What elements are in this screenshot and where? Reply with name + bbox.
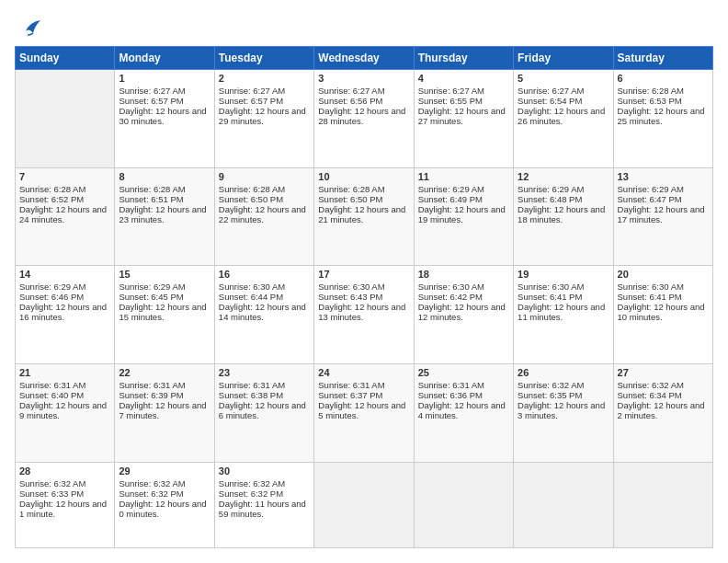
daylight-text: Daylight: 12 hours and 15 minutes. [119,302,210,322]
calendar-cell: 23Sunrise: 6:31 AMSunset: 6:38 PMDayligh… [214,363,313,462]
sunrise-text: Sunrise: 6:29 AM [119,282,210,292]
day-number: 5 [518,73,609,84]
sunrise-text: Sunrise: 6:31 AM [119,380,210,390]
sunset-text: Sunset: 6:41 PM [618,292,709,302]
calendar-cell: 6Sunrise: 6:28 AMSunset: 6:53 PMDaylight… [613,70,712,168]
sunset-text: Sunset: 6:32 PM [119,488,210,499]
sunset-text: Sunset: 6:44 PM [219,292,310,302]
daylight-text: Daylight: 12 hours and 18 minutes. [518,204,609,224]
sunset-text: Sunset: 6:45 PM [119,292,210,302]
day-number: 13 [618,171,709,182]
calendar-cell: 5Sunrise: 6:27 AMSunset: 6:54 PMDaylight… [514,70,613,168]
calendar-cell: 1Sunrise: 6:27 AMSunset: 6:57 PMDaylight… [115,70,214,168]
sunset-text: Sunset: 6:34 PM [618,390,709,400]
calendar-cell: 10Sunrise: 6:28 AMSunset: 6:50 PMDayligh… [314,167,414,266]
sunrise-text: Sunrise: 6:28 AM [618,86,709,96]
daylight-text: Daylight: 12 hours and 11 minutes. [518,302,609,322]
day-number: 17 [318,269,409,280]
calendar-cell: 2Sunrise: 6:27 AMSunset: 6:57 PMDaylight… [214,70,313,168]
sunrise-text: Sunrise: 6:28 AM [318,184,409,194]
sunset-text: Sunset: 6:39 PM [119,390,210,400]
day-number: 22 [119,367,210,378]
daylight-text: Daylight: 12 hours and 22 minutes. [219,204,310,224]
sunset-text: Sunset: 6:57 PM [219,96,310,106]
day-number: 1 [119,73,210,84]
daylight-text: Daylight: 12 hours and 7 minutes. [119,400,210,420]
day-number: 19 [518,269,609,280]
day-number: 4 [418,73,509,84]
day-number: 26 [518,367,609,378]
daylight-text: Daylight: 12 hours and 10 minutes. [618,302,709,322]
day-number: 18 [418,269,509,280]
day-number: 29 [119,465,210,477]
weekday-header: Thursday [414,47,513,70]
sunset-text: Sunset: 6:57 PM [119,96,210,106]
sunrise-text: Sunrise: 6:30 AM [618,282,709,292]
calendar-cell: 14Sunrise: 6:29 AMSunset: 6:46 PMDayligh… [16,266,115,364]
sunrise-text: Sunrise: 6:27 AM [318,86,409,96]
page: SundayMondayTuesdayWednesdayThursdayFrid… [0,0,728,563]
sunset-text: Sunset: 6:48 PM [518,194,609,204]
sunrise-text: Sunrise: 6:28 AM [119,184,210,194]
daylight-text: Daylight: 12 hours and 3 minutes. [518,400,609,420]
header [15,15,713,37]
logo [15,15,42,37]
day-number: 25 [418,367,509,378]
sunset-text: Sunset: 6:50 PM [219,194,310,204]
day-number: 7 [19,171,110,182]
daylight-text: Daylight: 12 hours and 12 minutes. [418,302,509,322]
sunrise-text: Sunrise: 6:31 AM [418,380,509,390]
calendar-cell [514,462,613,547]
sunrise-text: Sunrise: 6:30 AM [418,282,509,292]
sunrise-text: Sunrise: 6:32 AM [119,478,210,488]
weekday-header: Wednesday [314,47,414,70]
day-number: 9 [219,171,310,182]
calendar-cell: 26Sunrise: 6:32 AMSunset: 6:35 PMDayligh… [514,363,613,462]
calendar-cell [314,462,414,547]
sunrise-text: Sunrise: 6:30 AM [318,282,409,292]
calendar-cell: 21Sunrise: 6:31 AMSunset: 6:40 PMDayligh… [16,363,115,462]
calendar-cell [414,462,513,547]
daylight-text: Daylight: 12 hours and 16 minutes. [19,302,110,322]
sunset-text: Sunset: 6:35 PM [518,390,609,400]
day-number: 14 [19,269,110,280]
sunrise-text: Sunrise: 6:27 AM [518,86,609,96]
daylight-text: Daylight: 12 hours and 25 minutes. [618,106,709,126]
sunrise-text: Sunrise: 6:29 AM [418,184,509,194]
daylight-text: Daylight: 12 hours and 4 minutes. [418,400,509,420]
calendar-cell: 19Sunrise: 6:30 AMSunset: 6:41 PMDayligh… [514,266,613,364]
sunrise-text: Sunrise: 6:31 AM [19,380,110,390]
weekday-header: Tuesday [214,47,313,70]
logo-bird-icon [17,15,42,40]
calendar-cell: 3Sunrise: 6:27 AMSunset: 6:56 PMDaylight… [314,70,414,168]
sunrise-text: Sunrise: 6:30 AM [518,282,609,292]
calendar-cell: 20Sunrise: 6:30 AMSunset: 6:41 PMDayligh… [613,266,712,364]
calendar-cell: 24Sunrise: 6:31 AMSunset: 6:37 PMDayligh… [314,363,414,462]
day-number: 6 [618,73,709,84]
sunrise-text: Sunrise: 6:29 AM [19,282,110,292]
calendar: SundayMondayTuesdayWednesdayThursdayFrid… [15,46,713,548]
sunrise-text: Sunrise: 6:32 AM [219,478,310,488]
sunset-text: Sunset: 6:40 PM [19,390,110,400]
sunrise-text: Sunrise: 6:29 AM [618,184,709,194]
daylight-text: Daylight: 12 hours and 27 minutes. [418,106,509,126]
sunrise-text: Sunrise: 6:27 AM [418,86,509,96]
calendar-cell: 9Sunrise: 6:28 AMSunset: 6:50 PMDaylight… [214,167,313,266]
sunrise-text: Sunrise: 6:32 AM [618,380,709,390]
calendar-cell: 11Sunrise: 6:29 AMSunset: 6:49 PMDayligh… [414,167,513,266]
sunrise-text: Sunrise: 6:28 AM [219,184,310,194]
daylight-text: Daylight: 12 hours and 17 minutes. [618,204,709,224]
day-number: 27 [618,367,709,378]
sunset-text: Sunset: 6:53 PM [618,96,709,106]
daylight-text: Daylight: 12 hours and 19 minutes. [418,204,509,224]
day-number: 16 [219,269,310,280]
daylight-text: Daylight: 12 hours and 14 minutes. [219,302,310,322]
daylight-text: Daylight: 12 hours and 6 minutes. [219,400,310,420]
day-number: 28 [19,465,110,477]
weekday-header: Sunday [16,47,115,70]
calendar-cell: 13Sunrise: 6:29 AMSunset: 6:47 PMDayligh… [613,167,712,266]
daylight-text: Daylight: 12 hours and 29 minutes. [219,106,310,126]
calendar-cell: 25Sunrise: 6:31 AMSunset: 6:36 PMDayligh… [414,363,513,462]
sunrise-text: Sunrise: 6:27 AM [219,86,310,96]
daylight-text: Daylight: 12 hours and 21 minutes. [318,204,409,224]
